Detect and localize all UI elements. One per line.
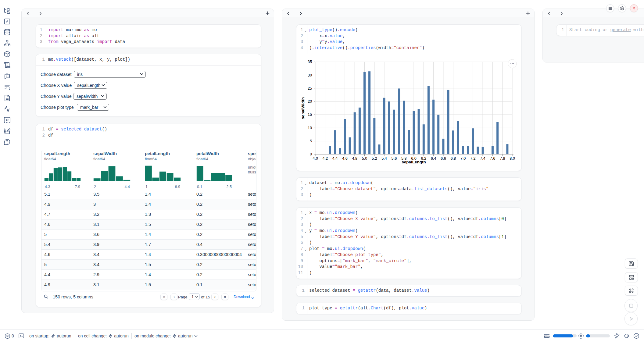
svg-text:6.8: 6.8	[450, 156, 456, 161]
svg-text:15: 15	[308, 112, 312, 117]
svg-text:35: 35	[308, 60, 312, 64]
svg-text:6.4: 6.4	[431, 156, 436, 161]
svg-text:7.0: 7.0	[460, 156, 466, 161]
svg-text:5.4: 5.4	[381, 156, 387, 161]
svg-text:8.0: 8.0	[510, 156, 515, 161]
svg-text:5: 5	[310, 139, 312, 143]
svg-text:5.6: 5.6	[392, 156, 397, 161]
svg-text:0: 0	[310, 152, 312, 156]
svg-text:7.2: 7.2	[470, 156, 476, 161]
svg-text:4.0: 4.0	[313, 156, 318, 161]
svg-text:5.2: 5.2	[372, 156, 377, 161]
svg-text:4.8: 4.8	[352, 156, 357, 161]
svg-text:20: 20	[308, 99, 312, 104]
svg-text:25: 25	[308, 86, 312, 91]
svg-text:sepalWidth: sepalWidth	[301, 97, 305, 119]
svg-text:30: 30	[308, 73, 312, 77]
svg-text:7.8: 7.8	[500, 156, 505, 161]
svg-text:4.4: 4.4	[332, 156, 338, 161]
svg-text:sepalLength: sepalLength	[402, 160, 426, 164]
svg-text:6.6: 6.6	[441, 156, 446, 161]
svg-text:10: 10	[308, 126, 312, 130]
svg-text:4.2: 4.2	[322, 156, 328, 161]
svg-text:4.6: 4.6	[342, 156, 348, 161]
svg-text:5.0: 5.0	[362, 156, 367, 161]
svg-text:7.6: 7.6	[490, 156, 496, 161]
svg-text:7.4: 7.4	[480, 156, 485, 161]
